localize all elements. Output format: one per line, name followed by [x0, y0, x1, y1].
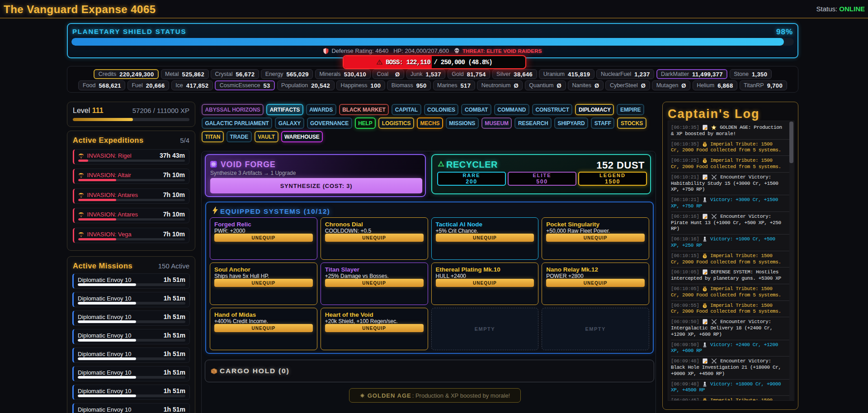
svg-text:$: $ [704, 287, 706, 291]
svg-text:$: $ [704, 399, 706, 401]
svg-text:$: $ [704, 143, 706, 146]
svg-text:$: $ [704, 304, 706, 308]
svg-text:$: $ [704, 160, 706, 163]
svg-text:$: $ [704, 254, 706, 258]
